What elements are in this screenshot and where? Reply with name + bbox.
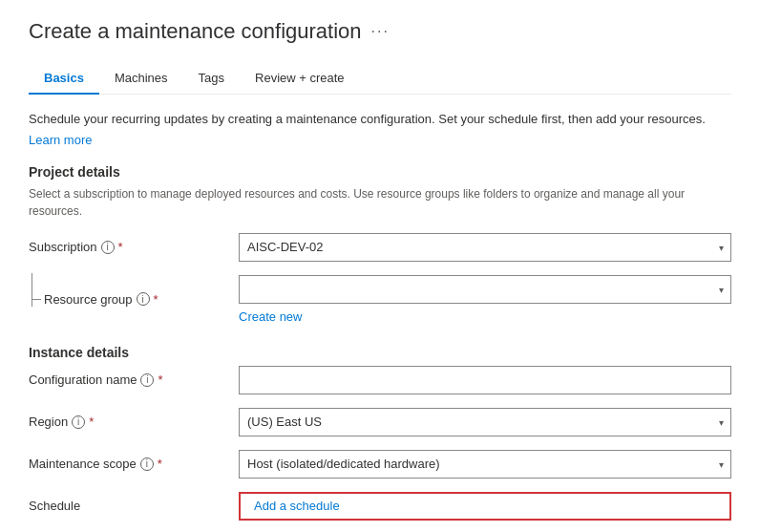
project-details-heading: Project details <box>29 164 731 180</box>
resource-group-select[interactable] <box>239 275 731 304</box>
page-description: Schedule your recurring updates by creat… <box>29 110 731 129</box>
resource-group-field: ▾ Create new <box>239 275 731 324</box>
config-name-field <box>239 366 731 394</box>
region-select[interactable]: (US) East US <box>239 408 731 436</box>
tab-machines[interactable]: Machines <box>99 63 183 95</box>
subscription-field: AISC-DEV-02 ▾ <box>239 233 731 262</box>
tab-review-create[interactable]: Review + create <box>240 63 360 95</box>
config-name-info-icon[interactable]: i <box>140 373 154 387</box>
region-field: (US) East US ▾ <box>239 408 731 436</box>
resource-group-info-icon[interactable]: i <box>137 292 150 306</box>
config-name-label: Configuration name i <box>29 372 239 387</box>
resource-group-label-wrap: Resource group i <box>29 292 239 307</box>
resource-group-select-wrapper: ▾ <box>239 275 731 304</box>
subscription-label: Subscription i <box>29 240 239 254</box>
project-details-description: Select a subscription to manage deployed… <box>29 185 731 220</box>
maintenance-scope-info-icon[interactable]: i <box>140 458 154 471</box>
subscription-info-icon[interactable]: i <box>101 241 115 254</box>
subscription-select-wrapper: AISC-DEV-02 ▾ <box>239 233 731 262</box>
instance-details-form: Configuration name i Region i (US) East … <box>29 366 731 521</box>
config-name-input[interactable] <box>239 366 731 394</box>
schedule-label: Schedule <box>29 499 239 513</box>
learn-more-link[interactable]: Learn more <box>29 133 92 147</box>
page-title: Create a maintenance configuration <box>29 19 362 44</box>
add-schedule-button[interactable]: Add a schedule <box>239 492 731 521</box>
tab-tags[interactable]: Tags <box>183 63 240 95</box>
region-select-wrapper: (US) East US ▾ <box>239 408 731 436</box>
maintenance-scope-field: Host (isolated/dedicated hardware) ▾ <box>239 450 731 479</box>
maintenance-scope-select[interactable]: Host (isolated/dedicated hardware) <box>239 450 731 479</box>
maintenance-scope-select-wrapper: Host (isolated/dedicated hardware) ▾ <box>239 450 731 479</box>
title-ellipsis: ··· <box>371 23 390 40</box>
tab-bar: Basics Machines Tags Review + create <box>29 63 731 95</box>
page-title-row: Create a maintenance configuration ··· <box>29 19 731 44</box>
schedule-field: Add a schedule <box>239 492 731 521</box>
tab-basics[interactable]: Basics <box>29 63 99 95</box>
maintenance-scope-label: Maintenance scope i <box>29 457 239 471</box>
region-label: Region i <box>29 415 239 429</box>
instance-details-heading: Instance details <box>29 345 731 360</box>
create-new-link[interactable]: Create new <box>239 309 731 324</box>
subscription-select[interactable]: AISC-DEV-02 <box>239 233 731 262</box>
resource-group-label: Resource group i <box>29 292 239 307</box>
project-details-form: Subscription i AISC-DEV-02 ▾ Resource gr… <box>29 233 731 324</box>
region-info-icon[interactable]: i <box>72 415 85 429</box>
